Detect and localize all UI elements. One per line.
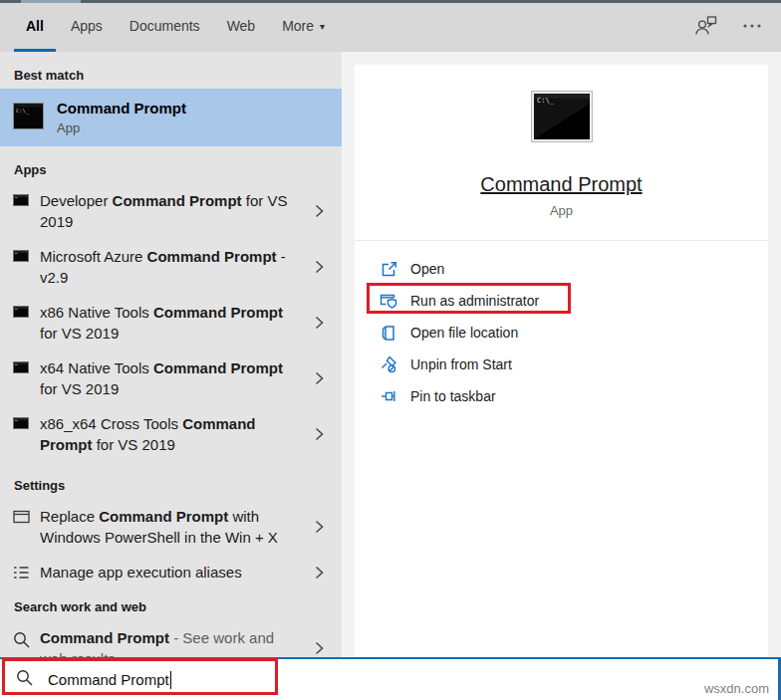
result-label: Developer Command Prompt for VS 2019 xyxy=(40,190,291,232)
result-manage-app-execution-aliases[interactable]: Manage app execution aliases xyxy=(0,555,342,589)
chevron-right-icon[interactable] xyxy=(315,566,324,580)
action-open-file-location[interactable]: Open file location xyxy=(355,317,768,349)
search-bar[interactable]: Command Prompt wsxdn.com xyxy=(0,657,781,700)
context-actions: OpenRun as administratorOpen file locati… xyxy=(355,241,768,412)
action-pin-to-taskbar[interactable]: Pin to taskbar xyxy=(355,380,768,412)
preview-panel: C:\_ Command Prompt App OpenRun as admin… xyxy=(342,52,781,657)
terminal-small-icon xyxy=(13,194,31,206)
chevron-right-icon[interactable] xyxy=(315,260,324,274)
tab-web[interactable]: Web xyxy=(227,0,256,52)
terminal-small-icon xyxy=(13,361,31,373)
tab-label: Web xyxy=(227,18,256,34)
pin-icon xyxy=(379,388,398,404)
run-admin-icon xyxy=(379,293,398,310)
result-command-prompt-see-work-and-web-results[interactable]: Command Prompt - See work and web result… xyxy=(0,620,342,657)
result-x86-native-tools-command-prompt-for-vs-201[interactable]: x86 Native Tools Command Prompt for VS 2… xyxy=(0,295,342,350)
app-header: C:\_ Command Prompt App xyxy=(355,65,768,240)
result-label: Manage app execution aliases xyxy=(40,562,291,583)
terminal-window-icon: C:\_ xyxy=(13,103,44,133)
best-match-result-command-prompt[interactable]: C:\_ Command Prompt App xyxy=(0,89,342,146)
search-icon xyxy=(13,631,31,648)
preview-card: C:\_ Command Prompt App OpenRun as admin… xyxy=(355,65,768,657)
search-input[interactable]: Command Prompt xyxy=(48,671,169,688)
chevron-right-icon[interactable] xyxy=(315,427,324,441)
action-run-as-administrator[interactable]: Run as administrator xyxy=(355,285,768,317)
search-icon xyxy=(16,669,33,690)
action-label: Open xyxy=(410,261,444,277)
result-replace-command-prompt-with-windows-powers[interactable]: Replace Command Prompt with Windows Powe… xyxy=(0,499,342,555)
window-top-sliver xyxy=(0,0,781,3)
command-prompt-app-icon: C:\_ xyxy=(531,91,593,146)
tab-label: More xyxy=(282,18,314,34)
tab-more[interactable]: More▾ xyxy=(282,0,325,52)
result-label: Replace Command Prompt with Windows Powe… xyxy=(40,506,291,548)
action-label: Open file location xyxy=(410,325,518,341)
result-label: x86 Native Tools Command Prompt for VS 2… xyxy=(40,302,291,344)
action-unpin-from-start[interactable]: Unpin from Start xyxy=(355,349,768,380)
terminal-small-icon xyxy=(13,417,31,429)
text-caret xyxy=(170,671,172,689)
result-label: x86_x64 Cross Tools Command Prompt for V… xyxy=(40,413,291,455)
open-icon xyxy=(379,261,398,278)
list-icon xyxy=(13,566,31,580)
result-label: Command Prompt - See work and web result… xyxy=(40,627,291,657)
result-x64-native-tools-command-prompt-for-vs-201[interactable]: x64 Native Tools Command Prompt for VS 2… xyxy=(0,350,342,406)
result-subtitle: App xyxy=(57,120,186,135)
tab-label: Apps xyxy=(71,18,103,34)
app-type-label: App xyxy=(355,203,768,218)
tab-all[interactable]: All xyxy=(26,0,44,52)
terminal-small-icon xyxy=(13,306,31,318)
chevron-right-icon[interactable] xyxy=(315,316,324,330)
chevron-right-icon[interactable] xyxy=(315,204,324,218)
action-open[interactable]: Open xyxy=(355,253,768,285)
result-microsoft-azure-command-prompt-v2-9[interactable]: Microsoft Azure Command Prompt - v2.9 xyxy=(0,239,342,295)
window-icon xyxy=(13,510,31,524)
tab-apps[interactable]: Apps xyxy=(71,0,103,52)
action-label: Run as administrator xyxy=(410,293,539,309)
result-title: Command Prompt xyxy=(57,100,186,117)
chevron-down-icon: ▾ xyxy=(320,21,325,32)
section-header-search-work-and-web: Search work and web xyxy=(0,589,342,620)
chevron-right-icon[interactable] xyxy=(315,641,324,655)
action-label: Unpin from Start xyxy=(410,356,512,372)
tab-label: Documents xyxy=(130,18,200,34)
topbar-icons xyxy=(693,0,761,52)
watermark: wsxdn.com xyxy=(704,681,769,696)
file-location-icon xyxy=(379,325,398,342)
main-area: Best matchC:\_ Command Prompt App AppsDe… xyxy=(0,52,781,657)
action-label: Pin to taskbar xyxy=(410,388,496,404)
unpin-icon xyxy=(379,355,398,373)
chevron-right-icon[interactable] xyxy=(315,520,324,534)
section-header-apps: Apps xyxy=(0,146,342,183)
app-title[interactable]: Command Prompt xyxy=(355,173,768,196)
results-panel: Best matchC:\_ Command Prompt App AppsDe… xyxy=(0,52,342,657)
section-header-best-match: Best match xyxy=(0,52,342,89)
section-header-settings: Settings xyxy=(0,462,342,499)
ellipsis-icon[interactable] xyxy=(743,24,761,28)
result-x86-x64-cross-tools-command-prompt-for-vs-[interactable]: x86_x64 Cross Tools Command Prompt for V… xyxy=(0,406,342,462)
chevron-right-icon[interactable] xyxy=(315,371,324,385)
topbar: AllAppsDocumentsWebMore▾ xyxy=(0,0,781,52)
result-label: x64 Native Tools Command Prompt for VS 2… xyxy=(40,357,291,399)
result-developer-command-prompt-for-vs-2019[interactable]: Developer Command Prompt for VS 2019 xyxy=(0,183,342,239)
svg-text:C:\_: C:\_ xyxy=(537,97,555,105)
tab-documents[interactable]: Documents xyxy=(130,0,200,52)
terminal-small-icon xyxy=(13,250,31,262)
windows-search-flyout: AllAppsDocumentsWebMore▾ Best matchC:\_ … xyxy=(0,0,781,700)
search-filter-tabs: AllAppsDocumentsWebMore▾ xyxy=(26,0,325,52)
best-match-text: Command Prompt App xyxy=(57,100,186,135)
result-label: Microsoft Azure Command Prompt - v2.9 xyxy=(40,246,291,288)
svg-text:C:\_: C:\_ xyxy=(16,107,30,114)
tab-label: All xyxy=(26,18,44,34)
feedback-icon[interactable] xyxy=(693,15,717,37)
